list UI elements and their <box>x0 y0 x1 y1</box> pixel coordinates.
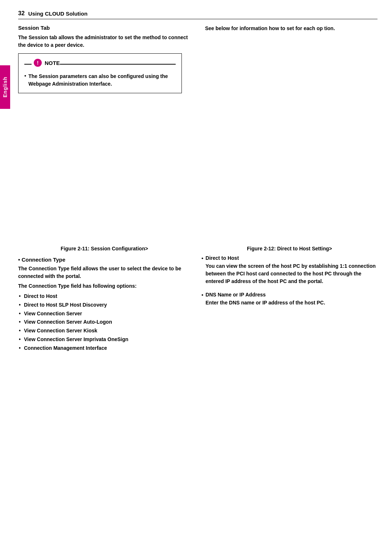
connection-type-body2: The Connection Type field has following … <box>18 282 191 290</box>
page-container: English 32 Using CLOUD Solution Session … <box>0 0 392 553</box>
dns-section: • DNS Name or IP Address Enter the DNS n… <box>201 292 377 307</box>
connection-options-list: Direct to Host Direct to Host SLP Host D… <box>18 292 191 353</box>
direct-host-title: Direct to Host <box>205 255 377 261</box>
direct-host-section: • Direct to Host You can view the screen… <box>201 255 377 290</box>
dns-content: DNS Name or IP Address Enter the DNS nam… <box>205 292 325 307</box>
direct-host-body: You can view the screen of the host PC b… <box>205 262 377 285</box>
lower-right-col: Figure 2-12: Direct to Host Setting> • D… <box>198 246 377 353</box>
option-cmi: Connection Management Interface <box>18 344 191 353</box>
top-two-col: Session Tab The Session tab allows the a… <box>18 25 377 93</box>
note-content: The Session parameters can also be confi… <box>28 73 176 88</box>
connection-type-title: • Connection Type <box>18 257 191 263</box>
lower-section: Figure 2-11: Session Configuration> • Co… <box>18 246 377 353</box>
top-left-col: Session Tab The Session tab allows the a… <box>18 25 198 93</box>
header-title: Using CLOUD Solution <box>28 11 87 17</box>
dns-title: DNS Name or IP Address <box>205 292 325 298</box>
session-tab-intro: The Session tab allows the administrator… <box>18 34 191 49</box>
note-icon: ! <box>34 59 42 67</box>
bullet-dot-1: • <box>201 255 203 261</box>
note-line-right <box>60 64 176 65</box>
option-view-connection: View Connection Server <box>18 310 191 318</box>
option-direct-host: Direct to Host <box>18 292 191 301</box>
note-box: ! NOTE The Session parameters can also b… <box>18 53 182 93</box>
option-slp: Direct to Host SLP Host Discovery <box>18 301 191 310</box>
language-label: English <box>2 77 8 98</box>
lower-two-col: Figure 2-11: Session Configuration> • Co… <box>18 246 377 353</box>
note-bullet: The Session parameters can also be confi… <box>24 73 176 88</box>
top-right-col: See below for information how to set for… <box>198 25 377 93</box>
note-line-left <box>24 64 32 65</box>
content-area: Session Tab The Session tab allows the a… <box>18 25 377 538</box>
option-imprivata: View Connection Server Imprivata OneSign <box>18 335 191 344</box>
figure-11-caption: Figure 2-11: Session Configuration> <box>18 246 191 251</box>
session-tab-heading: Session Tab <box>18 25 191 31</box>
direct-host-content: Direct to Host You can view the screen o… <box>205 255 377 290</box>
option-kiosk: View Connection Server Kiosk <box>18 327 191 335</box>
dns-body: Enter the DNS name or IP address of the … <box>205 299 325 307</box>
bullet-dot-2: • <box>201 292 203 298</box>
language-tab: English <box>0 65 10 109</box>
note-divider-top: ! NOTE <box>24 59 176 70</box>
connection-type-body1: The Connection Type field allows the use… <box>18 265 191 280</box>
note-label: NOTE <box>45 60 60 66</box>
page-number: 32 <box>18 10 25 17</box>
note-header: ! NOTE <box>34 59 60 67</box>
lower-left-col: Figure 2-11: Session Configuration> • Co… <box>18 246 198 353</box>
right-top-text: See below for information how to set for… <box>205 25 377 32</box>
page-header: 32 Using CLOUD Solution <box>18 10 377 19</box>
figure-12-caption: Figure 2-12: Direct to Host Setting> <box>201 246 377 251</box>
option-auto-logon: View Connection Server Auto-Logon <box>18 318 191 327</box>
